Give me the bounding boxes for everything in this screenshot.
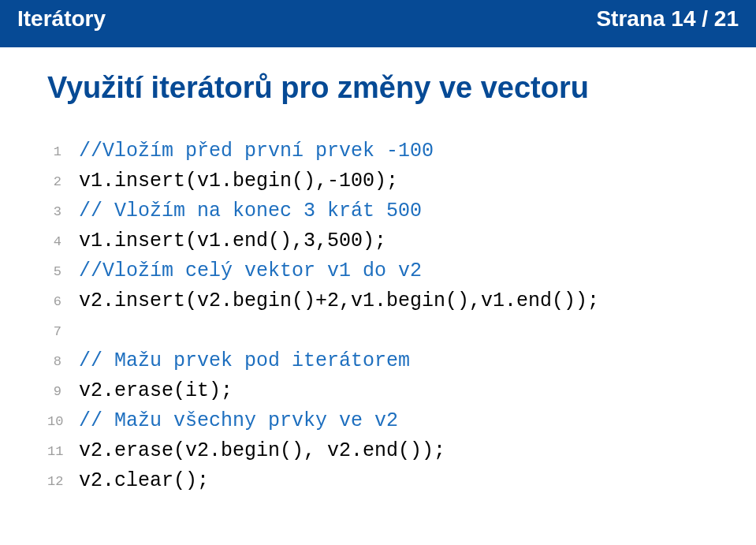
line-number: 7 xyxy=(47,316,79,346)
line-number: 5 xyxy=(47,256,79,286)
code-line: 4v1.insert(v1.end(),3,500); xyxy=(47,226,709,256)
code-text: //Vložím před první prvek -100 xyxy=(79,136,434,166)
code-token: v1.insert(v1.begin(),-100); xyxy=(79,170,398,192)
code-text: v1.insert(v1.begin(),-100); xyxy=(79,166,398,196)
code-text: v2.erase(v2.begin(), v2.end()); xyxy=(79,436,445,466)
code-token: v2.clear(); xyxy=(79,469,209,492)
line-number: 11 xyxy=(47,436,79,466)
code-text: //Vložím celý vektor v1 do v2 xyxy=(79,256,422,286)
code-comment: // Mažu prvek pod iterátorem xyxy=(79,349,410,372)
line-number: 8 xyxy=(47,346,79,376)
header-title: Iterátory xyxy=(17,6,106,32)
code-line: 5//Vložím celý vektor v1 do v2 xyxy=(47,256,709,286)
code-line: 9v2.erase(it); xyxy=(47,376,709,406)
line-number: 6 xyxy=(47,286,79,316)
page-indicator: Strana 14 / 21 xyxy=(596,6,739,32)
code-token: v2.insert(v2.begin()+2,v1.begin(),v1.end… xyxy=(79,289,599,312)
code-comment: // Mažu všechny prvky ve v2 xyxy=(79,409,398,432)
code-comment: //Vložím před první prvek -100 xyxy=(79,140,434,162)
code-token: v2.erase(it); xyxy=(79,379,233,402)
code-text: // Vložím na konec 3 krát 500 xyxy=(79,196,422,226)
code-comment: //Vložím celý vektor v1 do v2 xyxy=(79,259,422,282)
code-line: 8// Mažu prvek pod iterátorem xyxy=(47,346,709,376)
code-line: 11v2.erase(v2.begin(), v2.end()); xyxy=(47,436,709,466)
line-number: 3 xyxy=(47,196,79,226)
slide: Iterátory Strana 14 / 21 Využití iteráto… xyxy=(0,0,756,545)
code-line: 1//Vložím před první prvek -100 xyxy=(47,136,709,166)
code-token: v1.insert(v1.end(),3,500); xyxy=(79,230,386,252)
line-number: 1 xyxy=(47,136,79,166)
slide-content: Využití iterátorů pro změny ve vectoru 1… xyxy=(0,47,756,496)
line-number: 9 xyxy=(47,376,79,406)
code-line: 2v1.insert(v1.begin(),-100); xyxy=(47,166,709,196)
code-text: // Mažu prvek pod iterátorem xyxy=(79,346,410,376)
slide-header: Iterátory Strana 14 / 21 xyxy=(0,0,756,47)
code-text: v2.insert(v2.begin()+2,v1.begin(),v1.end… xyxy=(79,286,599,316)
line-number: 4 xyxy=(47,226,79,256)
line-number: 12 xyxy=(47,466,79,496)
code-text: // Mažu všechny prvky ve v2 xyxy=(79,406,398,436)
code-line: 12v2.clear(); xyxy=(47,466,709,496)
code-text: v2.clear(); xyxy=(79,466,209,496)
code-line: 3// Vložím na konec 3 krát 500 xyxy=(47,196,709,226)
line-number: 10 xyxy=(47,406,79,436)
code-line: 10// Mažu všechny prvky ve v2 xyxy=(47,406,709,436)
code-text: v1.insert(v1.end(),3,500); xyxy=(79,226,386,256)
code-token: v2.erase(v2.begin(), v2.end()); xyxy=(79,439,445,462)
code-line: 6v2.insert(v2.begin()+2,v1.begin(),v1.en… xyxy=(47,286,709,316)
code-line: 7 xyxy=(47,316,709,346)
content-title: Využití iterátorů pro změny ve vectoru xyxy=(47,71,709,105)
code-comment: // Vložím na konec 3 krát 500 xyxy=(79,200,422,222)
line-number: 2 xyxy=(47,166,79,196)
code-block: 1//Vložím před první prvek -1002v1.inser… xyxy=(47,136,709,496)
code-text: v2.erase(it); xyxy=(79,376,233,406)
